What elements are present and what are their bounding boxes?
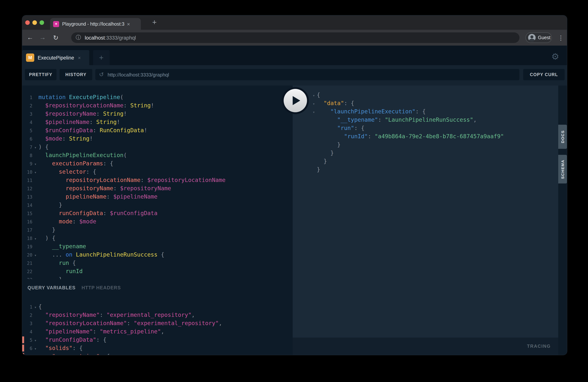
- code-line: 5▾ "runConfigData": {: [22, 336, 293, 344]
- tab-schema[interactable]: SCHEMA: [558, 155, 567, 184]
- traffic-zoom-icon[interactable]: [40, 20, 44, 25]
- code-line: 21 run {: [22, 259, 293, 267]
- line-number: 2: [22, 102, 32, 110]
- endpoint-reload-icon[interactable]: ↺: [99, 71, 104, 78]
- lint-mark: [22, 353, 24, 355]
- fold-arrow-icon[interactable]: ▾: [32, 235, 39, 243]
- tab-docs[interactable]: DOCS: [558, 125, 567, 149]
- line-number: 4: [22, 328, 32, 336]
- side-tabstrip: DOCS SCHEMA: [558, 85, 567, 355]
- code-line: 2 $repositoryLocationName: String!: [22, 101, 293, 110]
- response-viewer[interactable]: ▾{▾ "data": {▾ "launchPipelineExecution"…: [293, 85, 558, 338]
- code-line: 3 "repositoryLocationName": "experimenta…: [22, 319, 293, 327]
- reload-icon[interactable]: ↻: [51, 30, 61, 45]
- tab-http-headers[interactable]: HTTP HEADERS: [82, 285, 121, 291]
- code-line: 5 $runConfigData: RunConfigData!: [22, 126, 293, 134]
- new-session-button[interactable]: +: [93, 50, 110, 65]
- fold-arrow-icon[interactable]: ▾: [311, 91, 317, 100]
- new-tab-button[interactable]: +: [149, 17, 160, 28]
- screen: ✶ Playground - http://localhost:3 × + ← …: [0, 0, 588, 382]
- code-line: ▾ "launchPipelineExecution": {: [311, 107, 558, 116]
- line-number: 7: [22, 143, 32, 151]
- browser-menu-icon[interactable]: ⋮: [556, 30, 566, 45]
- site-info-icon[interactable]: ⓘ: [76, 34, 81, 41]
- code-line: 3 $repositoryName: String!: [22, 110, 293, 118]
- url-path: :3333/graphql: [105, 35, 136, 41]
- lint-mark: [22, 345, 24, 352]
- code-line: }: [311, 149, 558, 157]
- code-line: 14 }: [22, 201, 293, 209]
- fold-arrow-icon[interactable]: ▾: [32, 160, 39, 169]
- session-tab-close-icon[interactable]: ×: [78, 55, 81, 61]
- line-number: 16: [22, 218, 32, 226]
- history-button[interactable]: HISTORY: [60, 69, 92, 80]
- playground-main: 1mutation ExecutePipeline(2 $repositoryL…: [22, 85, 567, 355]
- response-pane: ▾{▾ "data": {▾ "launchPipelineExecution"…: [293, 85, 558, 355]
- copy-curl-button[interactable]: COPY CURL: [523, 69, 565, 80]
- code-line: 1mutation ExecutePipeline(: [22, 93, 293, 101]
- fold-arrow-icon[interactable]: ▾: [32, 353, 39, 355]
- fold-arrow-icon[interactable]: ▾: [32, 251, 39, 259]
- code-line: 20▾ ... on LaunchPipelineRunSuccess {: [22, 251, 293, 259]
- tab-query-variables[interactable]: QUERY VARIABLES: [27, 285, 76, 291]
- code-line: 4 "pipelineName": "metrics_pipeline",: [22, 327, 293, 336]
- response-footer: TRACING: [293, 338, 558, 355]
- tracing-toggle[interactable]: TRACING: [527, 343, 551, 349]
- code-line: 2 "repositoryName": "experimental_reposi…: [22, 311, 293, 319]
- line-number: 5: [22, 127, 32, 135]
- code-line: 9▾ executionParams: {: [22, 159, 293, 168]
- session-tab-title: ExecutePipeline: [38, 55, 74, 61]
- line-number: 20: [22, 251, 32, 259]
- code-line: 13 pipelineName: $pipelineName: [22, 192, 293, 201]
- execute-button[interactable]: [284, 89, 307, 112]
- endpoint-input[interactable]: ↺ http://localhost:3333/graphql: [95, 69, 520, 80]
- back-icon[interactable]: ←: [25, 30, 35, 45]
- query-editor[interactable]: 1mutation ExecutePipeline(2 $repositoryL…: [22, 85, 293, 279]
- code-line: 10▾ selector: {: [22, 168, 293, 176]
- line-number: 2: [22, 311, 32, 319]
- fold-arrow-icon[interactable]: ▾: [32, 303, 39, 312]
- line-number: 3: [22, 319, 32, 328]
- traffic-minimize-icon[interactable]: [32, 20, 37, 25]
- browser-tabstrip: ✶ Playground - http://localhost:3 × +: [22, 16, 567, 30]
- fold-arrow-icon[interactable]: ▾: [32, 345, 39, 353]
- code-line: 23 }: [22, 276, 293, 279]
- code-line: 15 runConfigData: $runConfigData: [22, 209, 293, 217]
- traffic-close-icon[interactable]: [25, 20, 30, 25]
- line-number: 11: [22, 176, 32, 185]
- code-line: 19 __typename: [22, 242, 293, 251]
- code-line: 1▾{: [22, 302, 293, 311]
- url-host: localhost: [85, 35, 105, 41]
- code-line: 7▾ "save_metrics": {: [22, 352, 293, 355]
- line-number: 12: [22, 185, 32, 193]
- code-line: }: [311, 165, 558, 174]
- fold-arrow-icon[interactable]: ▾: [311, 100, 317, 108]
- address-bar[interactable]: ⓘ localhost:3333/graphql: [71, 32, 520, 43]
- code-line: 6▾ "solids": {: [22, 344, 293, 352]
- avatar-icon: [528, 34, 536, 42]
- fold-arrow-icon[interactable]: ▾: [32, 144, 39, 152]
- fold-arrow-icon[interactable]: ▾: [32, 337, 39, 345]
- session-tab[interactable]: M ExecutePipeline ×: [22, 50, 89, 65]
- browser-tab[interactable]: ✶ Playground - http://localhost:3 ×: [50, 18, 141, 30]
- query-pane: 1mutation ExecutePipeline(2 $repositoryL…: [22, 85, 293, 355]
- play-icon: [293, 96, 300, 105]
- code-line: }: [311, 157, 558, 165]
- line-number: 21: [22, 259, 32, 268]
- variables-editor[interactable]: 1▾{2 "repositoryName": "experimental_rep…: [22, 297, 293, 355]
- fold-arrow-icon[interactable]: ▾: [311, 108, 317, 116]
- line-number: 15: [22, 210, 32, 218]
- forward-icon[interactable]: →: [38, 30, 47, 45]
- mutation-badge: M: [26, 54, 34, 62]
- code-line: 8 launchPipelineExecution(: [22, 151, 293, 159]
- browser-tab-title: Playground - http://localhost:3: [62, 21, 126, 26]
- code-line: ▾ "data": {: [311, 99, 558, 107]
- prettify-button[interactable]: PRETTIFY: [25, 69, 57, 80]
- code-line: 18▾ ) {: [22, 234, 293, 242]
- settings-gear-icon[interactable]: ⚙: [549, 50, 562, 63]
- fold-arrow-icon[interactable]: ▾: [32, 169, 39, 177]
- tab-close-icon[interactable]: ×: [127, 21, 130, 26]
- line-number: 6: [22, 135, 32, 143]
- profile-button[interactable]: Guest: [525, 32, 552, 43]
- browser-window: ✶ Playground - http://localhost:3 × + ← …: [22, 16, 567, 355]
